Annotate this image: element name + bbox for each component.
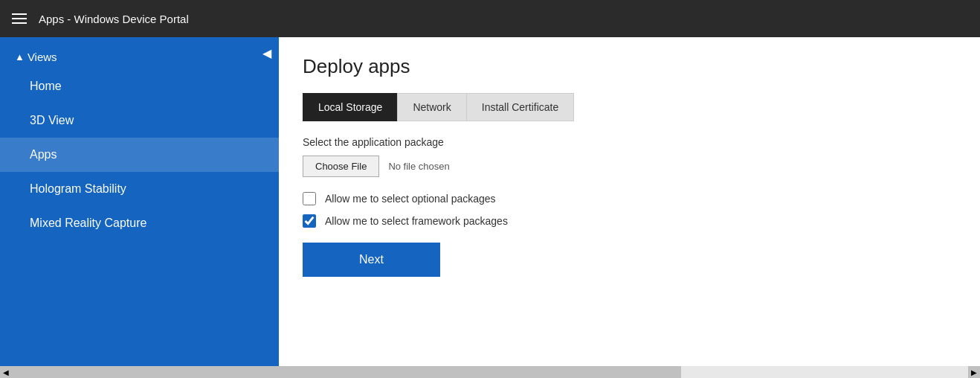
tabs-bar: Local Storage Network Install Certificat… (303, 93, 956, 121)
topbar: Apps - Windows Device Portal (0, 0, 980, 37)
no-file-label: No file chosen (388, 161, 449, 172)
framework-packages-row: Allow me to select framework packages (303, 214, 956, 228)
views-header: ▲ Views (0, 37, 279, 69)
horizontal-scrollbar: ◀ ▶ (0, 366, 980, 378)
framework-packages-label: Allow me to select framework packages (325, 215, 508, 227)
scroll-thumb[interactable] (12, 366, 681, 378)
views-arrow-icon: ▲ (15, 51, 25, 63)
next-button[interactable]: Next (303, 243, 440, 277)
sidebar-item-apps[interactable]: Apps (0, 138, 279, 172)
sidebar-collapse-button[interactable]: ◀ (255, 43, 279, 63)
sidebar-item-mixed-reality-capture[interactable]: Mixed Reality Capture (0, 206, 279, 240)
app-title: Apps - Windows Device Portal (39, 13, 189, 25)
tab-local-storage[interactable]: Local Storage (303, 93, 397, 121)
file-section: Select the application package Choose Fi… (303, 136, 956, 177)
file-section-label: Select the application package (303, 136, 956, 148)
framework-packages-checkbox[interactable] (303, 214, 316, 228)
tab-install-certificate[interactable]: Install Certificate (466, 93, 574, 121)
tab-network[interactable]: Network (397, 93, 465, 121)
sidebar-item-home[interactable]: Home (0, 69, 279, 103)
main-layout: ◀ ▲ Views Home 3D View Apps Hologram Sta… (0, 37, 980, 366)
sidebar-item-3dview[interactable]: 3D View (0, 103, 279, 138)
page-title: Deploy apps (303, 55, 956, 78)
optional-packages-checkbox[interactable] (303, 192, 316, 205)
hamburger-icon[interactable] (12, 13, 27, 24)
views-label: Views (28, 51, 57, 63)
sidebar: ◀ ▲ Views Home 3D View Apps Hologram Sta… (0, 37, 279, 366)
optional-packages-row: Allow me to select optional packages (303, 192, 956, 205)
choose-file-button[interactable]: Choose File (303, 156, 379, 177)
scroll-track (12, 366, 968, 378)
sidebar-item-hologram-stability[interactable]: Hologram Stability (0, 172, 279, 206)
content-area: Deploy apps Local Storage Network Instal… (279, 37, 980, 366)
scroll-right-button[interactable]: ▶ (968, 366, 980, 378)
scroll-left-button[interactable]: ◀ (0, 366, 12, 378)
optional-packages-label: Allow me to select optional packages (325, 193, 496, 205)
file-input-row: Choose File No file chosen (303, 156, 956, 177)
